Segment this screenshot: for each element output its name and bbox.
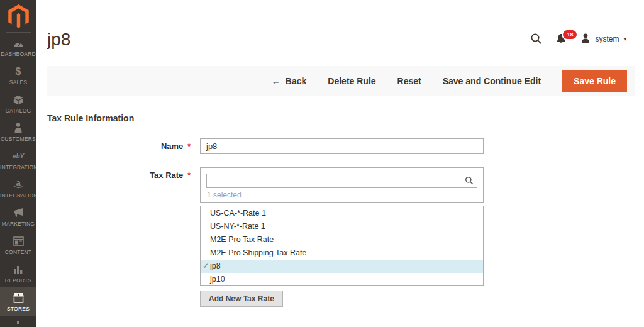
sidebar-item-label: CATALOG [0,108,36,114]
catalog-icon [13,94,24,106]
sidebar-item-label: CONTENT [0,249,36,255]
magento-logo[interactable] [0,0,36,32]
tax-rate-search-wrap [206,174,477,188]
page-header: jp8 18 system ▾ [36,0,644,66]
sidebar-item-label: SALES [0,79,36,86]
checkmark-icon: ✓ [203,260,209,273]
tax-rate-options-list: US-CA-*-Rate 1 US-NY-*-Rate 1 M2E Pro Ta… [200,206,484,286]
sidebar-item-dashboard[interactable]: DASHBOARD [0,33,36,61]
sidebar-item-label: STORES [0,306,36,312]
back-button-label: Back [286,76,306,86]
required-asterisk: * [187,171,191,180]
sidebar-item-system-partial[interactable] [0,316,36,324]
username: system [595,35,619,43]
action-toolbar: ← Back Delete Rule Reset Save and Contin… [47,66,635,96]
dashboard-icon [13,37,25,50]
marketing-icon [13,207,24,219]
page-title: jp8 [47,30,70,50]
stores-icon [13,292,25,304]
sidebar-item-label: REPORTS [0,277,36,284]
save-and-continue-button[interactable]: Save and Continue Edit [443,76,541,86]
sidebar-item-ebay-integration[interactable]: ebY INTEGRATION [0,146,36,174]
required-asterisk: * [187,142,191,151]
sidebar-item-label: INTEGRATION [0,164,36,170]
user-avatar-icon [580,33,591,44]
sidebar-item-catalog[interactable]: CATALOG [0,89,36,118]
customers-icon [14,122,23,135]
tax-rate-option[interactable]: M2E Pro Tax Rate [201,233,483,247]
sidebar-item-reports[interactable]: REPORTS [0,259,36,287]
admin-sidebar: DASHBOARD $ SALES CATALOG CUSTOMERS ebY … [0,0,36,327]
sidebar-item-label: DASHBOARD [0,51,36,57]
user-menu[interactable]: system ▾ [580,33,626,44]
tax-rate-option[interactable]: M2E Pro Shipping Tax Rate [201,247,483,260]
tax-rate-option-selected[interactable]: ✓ jp8 [201,260,483,273]
content-icon [13,235,24,248]
back-arrow-icon: ← [272,76,280,86]
tax-rate-option[interactable]: US-NY-*-Rate 1 [201,220,483,233]
tax-rate-field-label: Tax Rate* [47,170,191,180]
tax-rate-search-input[interactable] [206,174,477,188]
amazon-icon: a [13,179,23,191]
name-field-label: Name* [47,141,191,151]
tax-rate-multiselect-header: 1 selected [200,167,484,203]
sidebar-item-marketing[interactable]: MARKETING [0,202,36,231]
name-input[interactable] [200,138,484,154]
search-icon[interactable] [530,33,542,45]
reports-icon [13,263,23,276]
delete-rule-button[interactable]: Delete Rule [328,76,375,86]
back-button[interactable]: ← Back [272,76,306,86]
caret-down-icon: ▾ [623,36,626,42]
tax-rate-search-icon[interactable] [465,176,474,187]
ebay-icon: ebY [13,150,24,163]
tax-rate-option[interactable]: US-CA-*-Rate 1 [201,207,483,220]
magento-logo-icon [8,4,29,28]
sidebar-item-label: INTEGRATION [0,192,36,199]
tax-rate-option[interactable]: jp10 [201,273,483,286]
reset-button[interactable]: Reset [397,76,421,86]
selected-count: 1 selected [207,191,242,199]
sidebar-item-label: MARKETING [0,221,36,227]
add-new-tax-rate-button[interactable]: Add New Tax Rate [200,291,283,307]
header-actions: 18 system ▾ [530,33,626,45]
sidebar-item-stores[interactable]: STORES [0,287,36,316]
sidebar-item-amazon-integration[interactable]: a INTEGRATION [0,174,36,202]
sales-icon: $ [16,65,21,78]
sidebar-item-sales[interactable]: $ SALES [0,61,36,89]
sidebar-item-customers[interactable]: CUSTOMERS [0,118,36,146]
notifications-bell-icon[interactable]: 18 [556,33,567,45]
sidebar-item-content[interactable]: CONTENT [0,231,36,259]
notifications-count-badge: 18 [562,29,578,40]
save-rule-button[interactable]: Save Rule [562,70,627,92]
system-icon [14,320,23,324]
section-title: Tax Rule Information [47,113,134,123]
sidebar-item-label: CUSTOMERS [0,136,36,142]
